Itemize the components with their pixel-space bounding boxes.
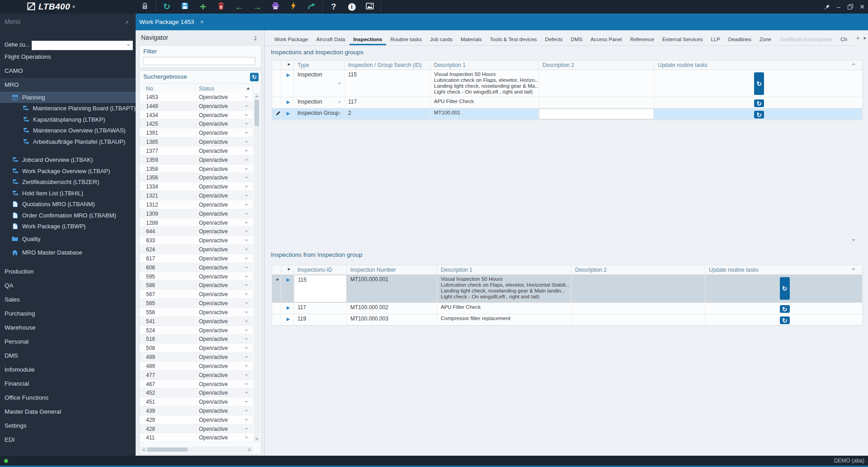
table-row[interactable]: ▶117MT100.000.002APU Filter Check↻ — [272, 303, 863, 314]
chevron-down-icon[interactable] — [245, 240, 248, 241]
result-row[interactable]: 411Open/active — [140, 433, 253, 442]
table1-scroll-down-icon[interactable] — [852, 239, 855, 241]
scroll-down-icon[interactable] — [255, 438, 259, 440]
column-status[interactable]: Status — [199, 85, 214, 92]
scroll-right-icon[interactable] — [249, 448, 251, 452]
chevron-down-icon[interactable] — [245, 213, 248, 215]
chevron-down-icon[interactable] — [245, 132, 248, 134]
refresh-results-button[interactable]: ↻ — [250, 73, 259, 81]
refresh-button[interactable]: ↻ — [160, 0, 173, 13]
tab-external-services[interactable]: External Services — [658, 37, 707, 45]
result-row[interactable]: 1356Open/active — [140, 173, 253, 182]
scroll-left-icon[interactable] — [142, 448, 145, 452]
expand-row-icon[interactable]: ▶ — [281, 70, 294, 97]
active-edit-cell[interactable] — [539, 108, 654, 119]
info-button[interactable]: i — [345, 0, 358, 13]
result-row[interactable]: 1434Open/active — [140, 111, 253, 120]
result-row[interactable]: 477Open/active — [140, 371, 253, 380]
sidebar-item-master-data-general[interactable]: Master Data General — [0, 405, 136, 419]
result-row[interactable]: 1359Open/active — [140, 156, 253, 165]
tab-zertifikate-arbeitspaket[interactable]: Zertifikate Arbeitspaket — [775, 37, 836, 45]
result-row[interactable]: 556Open/active — [140, 308, 253, 317]
chevron-down-icon[interactable] — [245, 249, 248, 250]
scroll-thumb[interactable] — [147, 448, 188, 452]
expand-row-icon[interactable]: ▶ — [281, 275, 294, 302]
chevron-down-icon[interactable] — [245, 105, 248, 107]
result-row[interactable]: 489Open/active — [140, 362, 253, 371]
sidebar-item-work-package-overview-ltbap[interactable]: Work Package Overview (LTBAP) — [0, 165, 136, 177]
sidebar-item-arbeitsauftr-ge-plantafel-ltbaup[interactable]: Arbeitsaufträge Plantafel (LTBAUP) — [0, 136, 136, 147]
result-row[interactable]: 633Open/active — [140, 236, 253, 245]
result-row[interactable]: 429Open/active — [140, 415, 253, 425]
back-button[interactable]: ← — [233, 0, 245, 13]
chevron-down-icon[interactable] — [245, 114, 248, 116]
table-column-header[interactable]: Update routine tasks — [654, 61, 863, 70]
sidebar-item-maintenance-overview-ltbawas[interactable]: Maintenance Overview (LTBAWAS) — [0, 125, 136, 137]
result-row[interactable]: 624Open/active — [140, 245, 253, 254]
add-button[interactable]: + — [197, 0, 209, 13]
chevron-down-icon[interactable] — [245, 338, 248, 340]
chevron-down-icon[interactable] — [245, 204, 248, 206]
chevron-down-icon[interactable] — [245, 276, 248, 278]
result-row[interactable]: 565Open/active — [140, 299, 253, 308]
result-row[interactable]: 1377Open/active — [140, 146, 253, 156]
tab-work-package[interactable]: Work Package — [270, 37, 312, 45]
image-button[interactable] — [363, 0, 376, 13]
table-column-header[interactable]: Inspection / Group Search (ID) — [344, 61, 430, 70]
update-routine-tasks-button[interactable]: ↻ — [754, 72, 764, 95]
result-row[interactable]: 524Open/active — [140, 326, 253, 335]
sidebar-item-kapazit-tsplanung-ltbkp[interactable]: Kapazitätsplanung (LTBKP) — [0, 114, 136, 125]
table-column-header[interactable]: Description 2 — [539, 61, 654, 70]
chevron-down-icon[interactable] — [245, 231, 248, 232]
chevron-down-icon[interactable] — [245, 419, 248, 421]
sidebar-item-flight-operations[interactable]: Flight Operations — [0, 50, 136, 64]
result-row[interactable]: 508Open/active — [140, 344, 253, 353]
active-edit-cell[interactable]: 115 — [294, 275, 347, 302]
result-row[interactable]: 1309Open/active — [140, 209, 253, 218]
result-row[interactable]: 586Open/active — [140, 281, 253, 290]
expand-row-icon[interactable]: ▶ — [281, 303, 294, 314]
tab-ch[interactable]: Ch — [836, 37, 851, 45]
chevron-down-icon[interactable] — [245, 258, 248, 259]
sidebar-item-mro-master-database[interactable]: MRO Master Database — [0, 245, 136, 259]
chevron-down-icon[interactable] — [245, 302, 248, 304]
sidebar-item-office-functions[interactable]: Office Functions — [0, 391, 136, 405]
tab-defects[interactable]: Defects — [541, 37, 567, 45]
result-row[interactable]: 617Open/active — [140, 254, 253, 263]
result-row[interactable]: 1425Open/active — [140, 119, 253, 128]
result-row[interactable]: 644Open/active — [140, 227, 253, 236]
tab-access-panel[interactable]: Access Panel — [586, 37, 626, 45]
minimize-icon[interactable]: – — [833, 0, 844, 13]
update-routine-tasks-button[interactable]: ↻ — [780, 316, 790, 324]
scroll-thumb[interactable] — [255, 100, 259, 126]
table-column-header[interactable]: Inspection Number — [347, 265, 437, 274]
chevron-down-icon[interactable] — [245, 177, 248, 179]
tab-reference[interactable]: Reference — [626, 37, 658, 45]
table-row[interactable]: ▶Inspection115Visual Inspection 50 Hours… — [272, 70, 863, 97]
forward-button[interactable]: → — [251, 0, 264, 13]
chevron-down-icon[interactable] — [245, 159, 248, 161]
sidebar-item-zertifikats-bersicht-ltbzer[interactable]: Zertifikatsübersicht (LTBZER) — [0, 177, 136, 188]
result-row[interactable]: 467Open/active — [140, 380, 253, 389]
results-horizontal-scrollbar[interactable] — [141, 447, 253, 453]
chevron-down-icon[interactable] — [245, 284, 248, 286]
result-row[interactable]: 541Open/active — [140, 317, 253, 326]
chevron-down-icon[interactable] — [245, 321, 248, 322]
table-column-header[interactable]: Inspections-ID — [294, 265, 347, 274]
expand-row-icon[interactable]: ▶ — [281, 108, 294, 119]
sidebar-item-edi[interactable]: EDI — [0, 433, 136, 447]
chevron-down-icon[interactable] — [338, 113, 341, 114]
chevron-down-icon[interactable] — [245, 186, 248, 188]
chevron-down-icon[interactable] — [245, 437, 248, 439]
tab-tools-test-devices[interactable]: Tools & Test devices — [486, 37, 541, 45]
chevron-down-icon[interactable] — [245, 293, 248, 295]
chevron-down-icon[interactable] — [245, 410, 248, 412]
menu-pin-icon[interactable] — [124, 19, 129, 26]
tabs-scroll-left-icon[interactable]: ◄ — [855, 36, 859, 40]
tab-job-cards[interactable]: Job cards — [426, 37, 457, 45]
chevron-down-icon[interactable] — [245, 311, 248, 313]
result-row[interactable]: 1288Open/active — [140, 218, 253, 227]
tab-inspections[interactable]: Inspections — [349, 37, 387, 45]
table-row[interactable]: ▶Inspection Group2MT100.001↻ — [272, 108, 863, 120]
restore-icon[interactable] — [844, 0, 856, 13]
